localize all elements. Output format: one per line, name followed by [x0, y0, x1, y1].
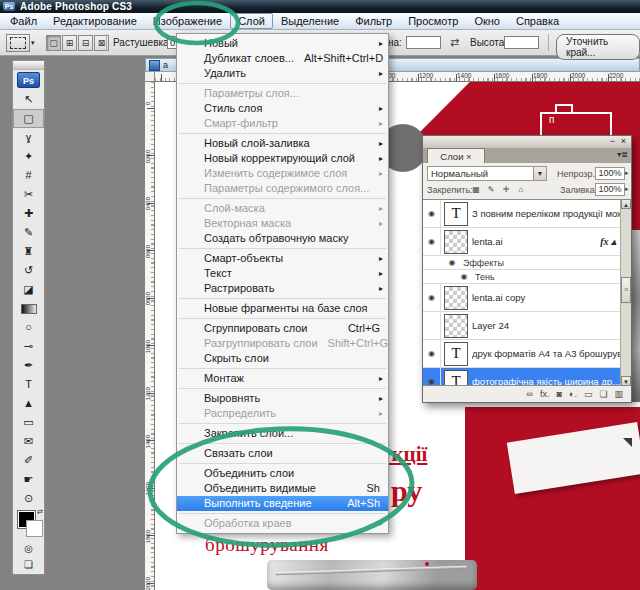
type-tool[interactable]: T: [13, 375, 44, 394]
blend-mode-dropdown-icon[interactable]: ▼: [533, 167, 546, 180]
menu-item[interactable]: Монтаж▸: [177, 371, 388, 386]
zoom-tool[interactable]: ⊙: [13, 489, 44, 508]
visibility-eye-icon[interactable]: ◉: [423, 200, 441, 227]
eraser-tool[interactable]: ◪: [13, 280, 44, 299]
visibility-eye-icon[interactable]: ◉: [423, 228, 441, 255]
lock-all-icon[interactable]: ⌂: [514, 182, 528, 196]
layer-row[interactable]: ◉TЗ повним переліком продукції мож...: [423, 200, 620, 228]
panel-flyout-menu-icon[interactable]: ▾≣: [617, 150, 628, 159]
lock-position-icon[interactable]: ✛: [499, 182, 513, 196]
magic-wand-tool[interactable]: ✦: [13, 147, 44, 166]
healing-brush-tool[interactable]: ✚: [13, 204, 44, 223]
layers-tab-close-icon[interactable]: ×: [466, 151, 472, 162]
menubar-item[interactable]: Файл: [2, 13, 45, 29]
menubar-item[interactable]: Просмотр: [400, 13, 466, 29]
subtract-from-selection-button[interactable]: ⊟: [78, 35, 93, 51]
menu-item[interactable]: Новые фрагменты на базе слоя: [177, 301, 388, 316]
width-input[interactable]: [406, 36, 441, 49]
tool-preset-dropdown-icon[interactable]: ▾: [31, 39, 35, 47]
menu-item[interactable]: Объединить слои: [177, 466, 388, 481]
menubar-item[interactable]: Фильтр: [347, 13, 400, 29]
layer-row[interactable]: ◉Tдрук форматів А4 та А3 брошурув...: [423, 340, 620, 368]
panel-close-button[interactable]: ×: [618, 136, 629, 147]
adjustment-layer-button[interactable]: ◐.: [569, 389, 577, 399]
menu-item[interactable]: Новый корректирующий слой▸: [177, 151, 388, 166]
toolbox-grip[interactable]: [13, 61, 44, 70]
visibility-eye-icon[interactable]: ◉: [445, 256, 459, 269]
layer-row[interactable]: ◉lenta.aifx ▴: [423, 228, 620, 256]
shape-tool[interactable]: ▭: [13, 413, 44, 432]
brush-tool[interactable]: ✎: [13, 223, 44, 242]
menu-item[interactable]: Выровнять▸: [177, 391, 388, 406]
menu-item[interactable]: Смарт-объекты▸: [177, 251, 388, 266]
dodge-tool[interactable]: ⊸: [13, 337, 44, 356]
gradient-tool[interactable]: [13, 299, 44, 318]
menu-item[interactable]: Текст▸: [177, 266, 388, 281]
menubar-item[interactable]: Редактирование: [45, 13, 145, 29]
rectangular-marquee-tool[interactable]: ▢: [13, 109, 44, 128]
panel-minimize-button[interactable]: −: [607, 136, 618, 147]
layer-row[interactable]: Layer 24: [423, 312, 620, 340]
layer-style-button[interactable]: fx.: [540, 389, 550, 399]
notes-tool[interactable]: ✉: [13, 432, 44, 451]
fill-input[interactable]: 100%: [595, 183, 625, 196]
menu-item[interactable]: Новый слой-заливка▸: [177, 136, 388, 151]
new-layer-button[interactable]: ❏: [599, 389, 607, 399]
menu-item[interactable]: Скрыть слои: [177, 351, 388, 366]
delete-layer-button[interactable]: ▥: [614, 389, 623, 399]
menu-item[interactable]: Смарт-фильтр▸: [177, 116, 388, 131]
menu-item[interactable]: Закрепить слои...: [177, 426, 388, 441]
menu-item[interactable]: Обработка краев▸: [177, 516, 388, 531]
path-selection-tool[interactable]: ▲: [13, 394, 44, 413]
menu-item[interactable]: Разгруппировать слоиShift+Ctrl+G: [177, 336, 388, 351]
layer-row[interactable]: ◉Tфотографічна якість ширина др...: [423, 368, 620, 386]
clone-stamp-tool[interactable]: ♜: [13, 242, 44, 261]
opacity-spinner-icon[interactable]: ▸: [625, 169, 633, 177]
fill-spinner-icon[interactable]: ▸: [625, 185, 633, 193]
menu-item[interactable]: Связать слои: [177, 446, 388, 461]
add-to-selection-button[interactable]: ⊞: [62, 35, 77, 51]
menu-item[interactable]: Распределить▸: [177, 406, 388, 421]
menu-item[interactable]: Векторная маска▸: [177, 216, 388, 231]
layers-tab[interactable]: Слои ×: [427, 148, 485, 163]
hand-tool[interactable]: ☛: [13, 470, 44, 489]
new-group-button[interactable]: ▭: [584, 389, 593, 399]
menu-item[interactable]: Удалить▸: [177, 66, 388, 81]
eyedropper-tool[interactable]: ✐: [13, 451, 44, 470]
lock-transparency-icon[interactable]: ▦: [469, 182, 483, 196]
visibility-eye-icon[interactable]: ◉: [423, 284, 441, 311]
menubar-item[interactable]: Окно: [466, 13, 508, 29]
background-color-swatch[interactable]: [26, 520, 43, 537]
layers-scrollbar[interactable]: ▲ ≡ ▼: [620, 199, 631, 386]
pen-tool[interactable]: ✒: [13, 356, 44, 375]
layer-effect-row[interactable]: ◉Тень: [423, 270, 620, 284]
history-brush-tool[interactable]: ↺: [13, 261, 44, 280]
menu-item[interactable]: Выполнить сведениеAlt+Sh: [177, 496, 388, 511]
scroll-up-icon[interactable]: ▲: [621, 199, 631, 209]
menubar-item[interactable]: Справка: [508, 13, 567, 29]
blur-tool[interactable]: ○: [13, 318, 44, 337]
lasso-tool[interactable]: ɣ: [13, 128, 44, 147]
layer-effect-row[interactable]: ◉Эффекты: [423, 256, 620, 270]
menu-item[interactable]: Создать обтравочную маску: [177, 231, 388, 246]
menu-item[interactable]: Сгруппировать слоиCtrl+G: [177, 321, 388, 336]
menu-item[interactable]: Изменить содержимое слоя▸: [177, 166, 388, 181]
visibility-eye-icon[interactable]: [423, 312, 441, 339]
screen-mode-button[interactable]: ❏: [13, 556, 44, 572]
link-layers-button[interactable]: ∞: [527, 389, 533, 399]
visibility-eye-icon[interactable]: ◉: [423, 368, 441, 386]
quick-mask-button[interactable]: ◎: [13, 540, 44, 556]
marquee-options-button[interactable]: [6, 34, 30, 52]
menubar-item[interactable]: Выделение: [273, 13, 347, 29]
menu-item[interactable]: Дубликат слоев...Alt+Shift+Ctrl+D: [177, 51, 388, 66]
menu-item[interactable]: Слой-маска▸: [177, 201, 388, 216]
height-input[interactable]: [504, 36, 539, 49]
lock-pixels-icon[interactable]: ✎: [484, 182, 498, 196]
move-tool[interactable]: ↖: [13, 90, 44, 109]
layer-fx-icon[interactable]: fx ▴: [600, 236, 620, 247]
scrollbar-thumb[interactable]: ≡: [621, 277, 631, 303]
crop-tool[interactable]: #: [13, 166, 44, 185]
swap-dimensions-icon[interactable]: ⇄: [450, 36, 459, 49]
menu-item[interactable]: Объединить видимыеSh: [177, 481, 388, 496]
menubar-item[interactable]: Изображение: [145, 13, 230, 29]
